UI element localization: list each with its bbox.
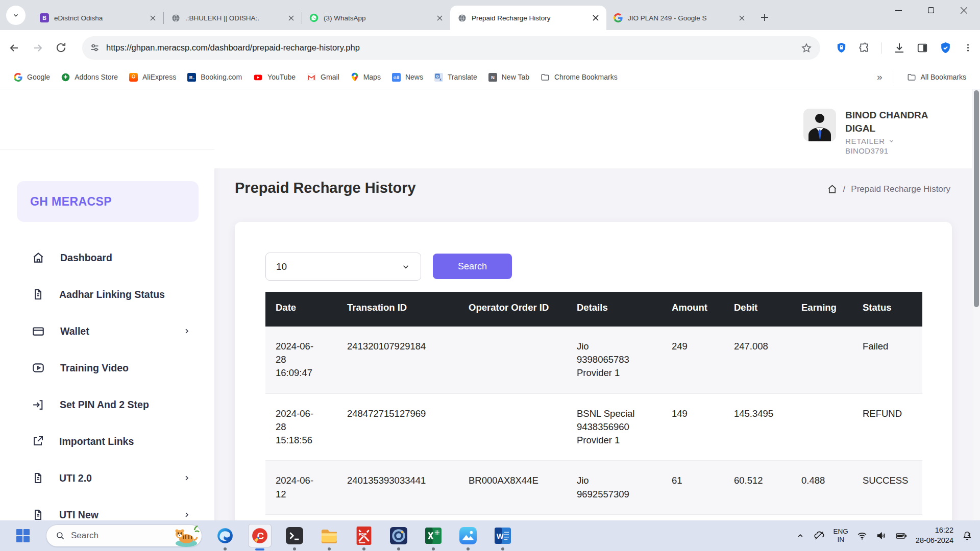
new-tab-button[interactable] xyxy=(755,8,774,27)
volume-icon[interactable] xyxy=(876,530,887,541)
bookmarks-separator xyxy=(894,71,894,83)
user-role-row[interactable]: RETAILER xyxy=(845,137,943,145)
col-details: Details xyxy=(567,292,662,327)
brand-box[interactable]: GH MERACSP xyxy=(17,181,199,222)
bookmark-youtube[interactable]: YouTube xyxy=(248,70,301,84)
cell-earning xyxy=(791,393,852,461)
url-text[interactable]: https://ghpan.meracsp.com/dashboard/prep… xyxy=(106,43,795,53)
taskbar-active-app[interactable]: C xyxy=(248,524,272,547)
browser-toolbar: https://ghpan.meracsp.com/dashboard/prep… xyxy=(0,30,980,65)
cell-amount: 61 xyxy=(662,461,724,515)
close-window-button[interactable] xyxy=(947,0,980,20)
taskbar-pdf-app[interactable]: PDF xyxy=(352,524,376,547)
bookmark-label: AliExpress xyxy=(142,73,176,81)
breadcrumb-current: Prepaid Recharge History xyxy=(851,184,950,194)
close-icon[interactable] xyxy=(434,12,445,23)
sidebar-item-dashboard[interactable]: Dashboard xyxy=(0,239,214,276)
history-card: 10 Search Date Transation ID xyxy=(235,222,952,551)
bookmark-addons-store[interactable]: Addons Store xyxy=(56,70,124,84)
cell-txn-id: 248472715127969 xyxy=(337,393,458,461)
page-title: Prepaid Recharge History xyxy=(235,180,416,196)
language-indicator[interactable]: ENG IN xyxy=(834,528,848,544)
cell-txn-id: 241320107929184 xyxy=(337,327,458,393)
folder-icon xyxy=(907,72,916,82)
sidebar-item-uti-20[interactable]: UTI 2.0 xyxy=(0,460,214,496)
tiger-image[interactable] xyxy=(172,525,200,550)
password-shield-icon[interactable] xyxy=(836,42,847,54)
all-bookmarks-button[interactable]: All Bookmarks xyxy=(901,70,972,84)
tab-whatsapp[interactable]: (3) WhatsApp xyxy=(302,6,450,30)
sidebar-item-wallet[interactable]: Wallet xyxy=(0,313,214,349)
tray-chevron-up-icon[interactable] xyxy=(796,531,805,540)
sidebar-item-label: Wallet xyxy=(60,325,89,337)
search-button[interactable]: Search xyxy=(433,254,512,279)
menu-kebab-icon[interactable] xyxy=(963,43,973,53)
bookmark-gmail[interactable]: Gmail xyxy=(301,70,345,84)
sidebar-item-important-links[interactable]: Important Links xyxy=(0,423,214,460)
scrollbar-thumb[interactable] xyxy=(974,90,979,307)
scrollbar-track[interactable] xyxy=(972,89,980,551)
tab-edistrict[interactable]: B eDistrict Odisha xyxy=(33,6,163,30)
battery-icon[interactable] xyxy=(895,530,908,542)
start-button[interactable] xyxy=(11,524,35,547)
favicon-edistrict-b: B xyxy=(40,13,49,22)
downloads-button[interactable] xyxy=(893,42,905,54)
taskbar-edge[interactable] xyxy=(213,524,237,547)
wifi-icon[interactable] xyxy=(856,530,868,541)
minimize-button[interactable] xyxy=(882,0,915,20)
bookmark-booking[interactable]: B Booking.com xyxy=(182,70,248,84)
bookmark-new-tab[interactable]: N New Tab xyxy=(483,70,535,84)
bookmark-news[interactable]: G News xyxy=(386,70,429,84)
forward-button[interactable] xyxy=(32,42,44,54)
tab-prepaid-recharge-active[interactable]: Prepaid Recharge History xyxy=(450,6,606,30)
tab-jio-plan[interactable]: JIO PLAN 249 - Google S xyxy=(606,6,752,30)
user-info: BINOD CHANDRA DIGAL RETAILER BINOD3791 xyxy=(845,109,943,155)
running-indicator xyxy=(467,547,470,550)
site-info-icon[interactable] xyxy=(89,42,100,53)
url-bar[interactable]: https://ghpan.meracsp.com/dashboard/prep… xyxy=(82,36,820,60)
side-panel-button[interactable] xyxy=(917,42,928,54)
tab-search-button[interactable] xyxy=(6,6,26,25)
notification-bell-icon[interactable] xyxy=(962,530,973,541)
bookmarks-overflow-button[interactable]: » xyxy=(873,71,887,83)
search-icon xyxy=(56,531,65,540)
home-icon[interactable] xyxy=(827,184,838,194)
bookmark-translate[interactable]: Gx Translate xyxy=(429,70,483,84)
maximize-button[interactable] xyxy=(915,0,947,20)
reload-button[interactable] xyxy=(55,42,67,54)
taskbar-file-explorer[interactable] xyxy=(317,524,341,547)
bookmark-aliexpress[interactable]: AliExpress xyxy=(124,70,182,84)
bookmark-star-icon[interactable] xyxy=(801,42,812,54)
tab-title: JIO PLAN 249 - Google S xyxy=(628,14,731,22)
close-icon[interactable] xyxy=(590,12,601,23)
taskbar-excel[interactable] xyxy=(422,524,445,547)
clock[interactable]: 16:22 28-06-2024 xyxy=(916,525,953,545)
sidebar-item-training-video[interactable]: Training Video xyxy=(0,349,214,386)
taskbar-terminal[interactable] xyxy=(283,524,306,547)
close-icon[interactable] xyxy=(147,12,158,23)
sidebar-item-aadhar-linking-status[interactable]: Aadhar Linking Status xyxy=(0,276,214,313)
page-size-select[interactable]: 10 xyxy=(265,253,421,281)
tab-bhulekh[interactable]: .:BHULEKH || ODISHA:. xyxy=(164,6,302,30)
taskbar-search[interactable]: Search xyxy=(46,524,202,547)
excel-icon xyxy=(425,528,442,544)
addons-store-icon xyxy=(61,73,70,82)
taskbar-photo-viewer[interactable] xyxy=(387,524,410,547)
taskbar-photos[interactable] xyxy=(456,524,480,547)
bookmark-google[interactable]: Google xyxy=(8,70,56,84)
chevron-right-icon xyxy=(183,327,191,335)
bookmark-maps[interactable]: Maps xyxy=(345,70,386,84)
tab-title: eDistrict Odisha xyxy=(54,14,142,22)
close-icon[interactable] xyxy=(285,12,297,23)
sidebar-item-set-pin[interactable]: Set PIN And 2 Step xyxy=(0,386,214,423)
security-shield-icon[interactable] xyxy=(939,41,952,54)
cell-status: REFUND xyxy=(852,393,922,461)
onedrive-cloud-icon[interactable] xyxy=(813,530,825,542)
close-icon[interactable] xyxy=(736,12,747,23)
taskbar-word[interactable]: W xyxy=(491,524,514,547)
bookmark-chrome-bookmarks-folder[interactable]: Chrome Bookmarks xyxy=(535,70,623,84)
back-button[interactable] xyxy=(8,42,20,54)
extensions-puzzle-icon[interactable] xyxy=(859,42,870,54)
sidebar-item-label: Set PIN And 2 Step xyxy=(60,399,149,411)
user-menu[interactable]: BINOD CHANDRA DIGAL RETAILER BINOD3791 xyxy=(803,109,943,155)
